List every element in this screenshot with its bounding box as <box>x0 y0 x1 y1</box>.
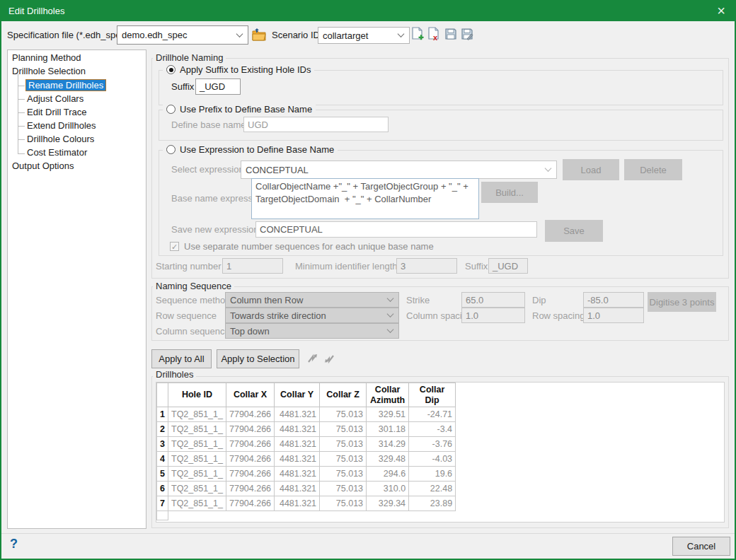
save-button: Save <box>545 220 603 242</box>
table-row: 7TQ2_851_1_77904.2664481.32175.013329.34… <box>157 496 456 511</box>
spec-file-value: demo.edh_spec <box>122 30 188 40</box>
col-collar-x: Collar X <box>226 383 274 407</box>
select-expression-combobox: CONCEPTUAL <box>241 161 557 179</box>
delete-scenario-icon[interactable]: x <box>427 27 440 41</box>
dip-input: -85.0 <box>583 292 644 308</box>
strike-input: 65.0 <box>461 292 525 308</box>
drillholes-table: Hole ID Collar X Collar Y Collar Z Colla… <box>156 383 456 511</box>
cancel-button[interactable]: Cancel <box>672 537 730 556</box>
separate-sequences-checkbox: ✓ <box>170 242 179 251</box>
tree-item-drillhole-selection[interactable]: Drillhole Selection <box>12 66 86 76</box>
load-button: Load <box>563 159 619 180</box>
use-prefix-option[interactable]: Use Prefix to Define Base Name <box>163 104 316 115</box>
table-row: 4TQ2_851_1_77904.2664481.32175.013329.48… <box>157 452 456 467</box>
apply-suffix-radio[interactable] <box>166 65 176 74</box>
base-name-input: UGD <box>243 117 389 132</box>
base-name-label: Define base name <box>171 119 246 130</box>
row-sequence-label: Row sequence <box>156 310 217 321</box>
empty-row-stub <box>156 511 168 520</box>
build-button: Build... <box>481 182 538 203</box>
dip-label: Dip <box>532 295 546 305</box>
col-collar-z: Collar Z <box>320 383 367 407</box>
apply-to-selection-button[interactable]: Apply to Selection <box>217 349 299 368</box>
column-sequence-label: Column sequence <box>156 326 230 337</box>
apply-suffix-option[interactable]: Apply Suffix to Existing Hole IDs <box>163 64 314 75</box>
min-identifier-length-label: Minimum identifier length <box>295 261 398 272</box>
digitise-3-points-button: Digitise 3 points <box>648 292 716 312</box>
table-row: 1TQ2_851_1_77904.2664481.32175.013329.51… <box>157 407 456 422</box>
drillhole-naming-group-label: Drillhole Naming <box>153 52 226 63</box>
strike-label: Strike <box>406 295 430 305</box>
sequence-method-combobox: Column then Row <box>225 292 399 308</box>
scenario-id-combobox[interactable]: collartarget <box>318 27 410 44</box>
col-collar-azimuth: Collar Azimuth <box>367 383 409 407</box>
sequence-method-label: Sequence method <box>156 295 231 305</box>
suffix2-input: _UGD <box>488 258 528 274</box>
tree-item-drillhole-colours[interactable]: Drillhole Colours <box>27 134 94 144</box>
suffix-label: Suffix <box>171 81 194 92</box>
row-sequence-combobox: Towards strike direction <box>225 308 399 323</box>
tree-item-cost-estimator[interactable]: Cost Estimator <box>27 147 87 158</box>
use-prefix-radio[interactable] <box>166 105 176 114</box>
suffix2-label: Suffix <box>465 261 488 272</box>
table-row: 2TQ2_851_1_77904.2664481.32175.013301.18… <box>157 422 456 437</box>
starting-number-input: 1 <box>222 258 283 274</box>
table-row: 3TQ2_851_1_77904.2664481.32175.013314.29… <box>157 437 456 452</box>
base-name-expression-textarea: CollarObjectName +"_" + TargetObjectGrou… <box>251 178 479 219</box>
naming-sequence-group-label: Naming Sequence <box>153 281 234 291</box>
drillholes-group-label: Drillholes <box>153 369 196 380</box>
save-scenario-icon[interactable] <box>444 28 457 40</box>
edit-drillholes-dialog: Edit Drillholes × Specification file (*.… <box>0 0 736 560</box>
use-expression-option[interactable]: Use Expression to Define Base Name <box>163 144 338 155</box>
spec-file-label: Specification file (*.edh_spec) <box>7 30 128 40</box>
separate-sequences-label: Use separate number sequences for each u… <box>184 241 434 252</box>
undo-icon <box>307 353 318 364</box>
footer-divider <box>1 533 735 534</box>
column-spacing-input: 1.0 <box>461 308 525 323</box>
tree-item-output-options[interactable]: Output Options <box>12 161 74 171</box>
select-expression-value: CONCEPTUAL <box>246 165 309 175</box>
use-expression-radio[interactable] <box>166 145 176 154</box>
drillholes-table-area: Hole ID Collar X Collar Y Collar Z Colla… <box>156 382 725 523</box>
starting-number-label: Starting number <box>156 261 222 272</box>
table-row: 5TQ2_851_1_77904.2664481.32175.013294.61… <box>157 467 456 482</box>
tree-item-edit-drill-trace[interactable]: Edit Drill Trace <box>27 107 87 117</box>
use-prefix-radio-label: Use Prefix to Define Base Name <box>180 104 312 115</box>
col-collar-y: Collar Y <box>275 383 320 407</box>
apply-suffix-radio-label: Apply Suffix to Existing Hole IDs <box>180 64 311 75</box>
corner-header <box>157 383 168 407</box>
tree-item-rename-drillholes[interactable]: Rename Drillholes <box>25 79 106 91</box>
tree-item-planning-method[interactable]: Planning Method <box>12 52 81 63</box>
suffix-input[interactable]: _UGD <box>195 78 241 95</box>
help-icon[interactable]: ? <box>10 537 18 552</box>
svg-text:x: x <box>433 33 438 41</box>
redo-icon <box>323 353 335 364</box>
new-scenario-icon[interactable] <box>411 27 424 41</box>
col-collar-dip: Collar Dip <box>409 383 456 407</box>
tree-item-adjust-collars[interactable]: Adjust Collars <box>27 93 84 104</box>
col-hole-id: Hole ID <box>168 383 226 407</box>
table-row: 6TQ2_851_1_77904.2664481.32175.013310.02… <box>157 482 456 496</box>
row-spacing-label: Row spacing <box>532 310 585 321</box>
main-panel: Drillhole Naming Apply Suffix to Existin… <box>151 49 730 529</box>
apply-to-all-button[interactable]: Apply to All <box>151 349 212 368</box>
browse-folder-icon[interactable] <box>251 28 267 42</box>
use-expression-radio-label: Use Expression to Define Base Name <box>180 144 334 155</box>
scenario-id-label: Scenario ID <box>272 30 320 40</box>
row-spacing-input: 1.0 <box>583 308 644 323</box>
settings-tree: Planning Method Drillhole Selection Rena… <box>7 49 146 529</box>
min-identifier-length-input: 3 <box>396 258 457 274</box>
save-scenario-as-icon[interactable] <box>461 28 473 40</box>
delete-button: Delete <box>624 159 682 180</box>
save-as-input: CONCEPTUAL <box>255 221 537 238</box>
select-expression-label: Select expression <box>171 164 244 175</box>
column-sequence-combobox: Top down <box>225 323 399 339</box>
scenario-id-value: collartarget <box>323 30 368 41</box>
title-bar: Edit Drillholes × <box>0 0 736 21</box>
close-icon[interactable]: × <box>706 0 736 21</box>
spec-file-combobox[interactable]: demo.edh_spec <box>117 25 248 45</box>
dialog-title: Edit Drillholes <box>0 6 64 16</box>
tree-item-extend-drillholes[interactable]: Extend Drillholes <box>27 120 96 131</box>
